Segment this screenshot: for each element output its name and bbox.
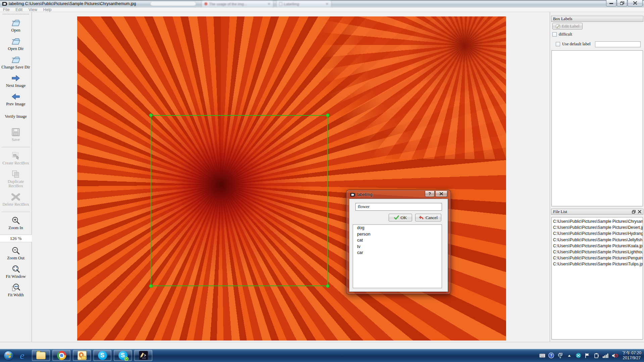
taskbar-clock[interactable]: 下午 07:20 2017/9/27	[622, 351, 641, 361]
restore-button[interactable]	[617, 0, 627, 6]
toolbar-separator	[1, 212, 30, 212]
label-input[interactable]: flower	[355, 203, 442, 211]
prev-arrow-icon	[11, 92, 20, 101]
menu-file[interactable]: File	[0, 7, 12, 12]
rectbox-handle-top-left[interactable]	[149, 113, 153, 117]
network-signal-tray-icon[interactable]	[603, 353, 609, 359]
label-choice[interactable]: person	[353, 231, 442, 238]
file-list-item[interactable]: C:\Users\Public\Pictures\Sample Pictures…	[552, 224, 643, 230]
open-dir-button[interactable]: Open Dir	[0, 37, 32, 51]
dialog-close-button[interactable]	[435, 191, 447, 197]
box-labels-list[interactable]	[551, 50, 643, 206]
file-list-item[interactable]: C:\Users\Public\Pictures\Sample Pictures…	[552, 218, 643, 224]
menu-view[interactable]: View	[26, 7, 40, 12]
taskbar-skype-button[interactable]: S	[93, 350, 111, 361]
cancel-undo-icon	[419, 215, 424, 220]
zoom-in-icon	[11, 216, 20, 225]
dialog-help-button[interactable]: ?	[425, 191, 435, 197]
action-center-flag-icon[interactable]	[585, 353, 591, 359]
label-choice[interactable]: car	[353, 250, 442, 256]
rectbox-handle-top-right[interactable]	[326, 113, 330, 117]
difficult-label: difficult	[559, 32, 572, 37]
zoom-out-icon	[11, 246, 20, 255]
float-panel-icon[interactable]	[632, 210, 636, 214]
open-folder-icon	[11, 18, 20, 27]
box-labels-panel-header[interactable]: Box Labels	[551, 16, 643, 22]
close-icon	[440, 192, 443, 195]
window-controls	[606, 0, 643, 6]
help-tray-icon[interactable]: ?	[548, 353, 554, 359]
menu-edit[interactable]: Edit	[12, 7, 26, 12]
skype-icon: S ✓	[118, 351, 128, 360]
tab-favicon	[279, 2, 282, 6]
use-default-label-checkbox[interactable]	[556, 42, 560, 46]
fit-window-button[interactable]: Fit Window	[0, 265, 32, 279]
label-choice[interactable]: tv	[353, 244, 442, 250]
file-list-item[interactable]: C:\Users\Public\Pictures\Sample Pictures…	[552, 255, 643, 261]
difficult-checkbox[interactable]	[552, 32, 557, 37]
ok-button[interactable]: OK	[389, 214, 412, 221]
taskbar-labelimg-button[interactable]	[134, 350, 152, 361]
delete-rectbox-button[interactable]: Delete RectBox	[0, 193, 32, 207]
zoom-out-button[interactable]: Zoom Out	[0, 246, 32, 260]
fit-width-button[interactable]: Fit Width	[0, 283, 32, 297]
svg-text:?: ?	[550, 353, 552, 357]
messenger-tray-icon[interactable]	[576, 353, 582, 359]
taskbar-skype-signedin-button[interactable]: S ✓	[114, 350, 132, 361]
rectbox-handle-bottom-right[interactable]	[326, 284, 330, 288]
prev-image-button[interactable]: Prev Image	[0, 92, 32, 106]
save-button[interactable]: Save	[0, 128, 32, 142]
create-rectbox-button[interactable]: Create RectBox	[0, 151, 32, 165]
taskbar-outlook-button[interactable]	[73, 350, 91, 361]
close-panel-icon[interactable]	[638, 210, 641, 213]
label-choice[interactable]: cat	[353, 237, 442, 244]
file-list[interactable]: C:\Users\Public\Pictures\Sample Pictures…	[551, 217, 643, 340]
show-hidden-icons-button[interactable]	[566, 353, 573, 359]
background-browser-addressbar-blur	[150, 1, 196, 6]
file-list-item[interactable]: C:\Users\Public\Pictures\Sample Pictures…	[552, 261, 643, 267]
close-button[interactable]	[628, 0, 643, 6]
keyboard-tray-icon[interactable]	[539, 353, 545, 359]
duplicate-rectbox-button[interactable]: Duplicate RectBox	[0, 170, 32, 188]
file-list-item[interactable]: C:\Users\Public\Pictures\Sample Pictures…	[552, 237, 643, 243]
verify-image-button[interactable]: Verify Image	[0, 113, 32, 119]
taskbar-chrome-button[interactable]	[52, 350, 70, 361]
volume-muted-tray-icon[interactable]	[612, 353, 618, 359]
label-choice[interactable]: dog	[353, 225, 442, 231]
start-button[interactable]	[3, 350, 15, 362]
internet-explorer-icon: e	[20, 351, 24, 360]
file-list-item[interactable]: C:\Users\Public\Pictures\Sample Pictures…	[552, 230, 643, 237]
edit-pencil-icon	[556, 24, 560, 29]
label-dialog-titlebar[interactable]: labelImg ?	[349, 190, 448, 199]
taskbar-explorer-button[interactable]	[32, 350, 50, 361]
clock-time: 下午 07:20	[622, 351, 641, 356]
zoom-level-spinbox[interactable]: 126 %	[0, 235, 32, 242]
menu-help[interactable]: Help	[40, 7, 55, 12]
right-dock: Box Labels Edit Label difficult Use defa…	[550, 12, 644, 342]
cancel-button[interactable]: Cancel	[415, 214, 441, 221]
next-image-button[interactable]: Next Image	[0, 74, 32, 88]
label-dialog: labelImg ? flower OK	[346, 190, 451, 294]
open-dir-folder-icon	[11, 37, 20, 46]
annotation-rectbox[interactable]	[151, 115, 328, 286]
removable-device-tray-icon[interactable]	[594, 353, 600, 359]
restore-windows-tray-icon[interactable]	[557, 353, 563, 359]
default-label-input[interactable]	[595, 41, 641, 47]
zoom-in-button[interactable]: Zoom In	[0, 216, 32, 230]
image-canvas[interactable]	[32, 12, 550, 342]
change-save-dir-button[interactable]: Change Save Dir	[0, 55, 32, 69]
toolbar-drag-handle[interactable]	[2, 13, 29, 15]
duplicate-rectbox-icon	[11, 170, 20, 178]
edit-label-button[interactable]: Edit Label	[552, 23, 583, 30]
file-list-panel-header[interactable]: File List	[551, 209, 643, 215]
file-list-title: File List	[553, 209, 567, 214]
next-arrow-icon	[11, 74, 20, 83]
file-list-item[interactable]: C:\Users\Public\Pictures\Sample Pictures…	[552, 249, 643, 255]
open-button[interactable]: Open	[0, 18, 32, 33]
title-bar: labelImg C:\Users\Public\Pictures\Sample…	[0, 0, 644, 7]
rectbox-handle-bottom-left[interactable]	[149, 284, 153, 288]
file-list-item[interactable]: C:\Users\Public\Pictures\Sample Pictures…	[552, 243, 643, 249]
minimize-button[interactable]	[606, 0, 616, 6]
label-choices-list[interactable]: dog person cat tv car	[353, 224, 442, 288]
taskbar-ie-button[interactable]: e	[15, 350, 30, 361]
